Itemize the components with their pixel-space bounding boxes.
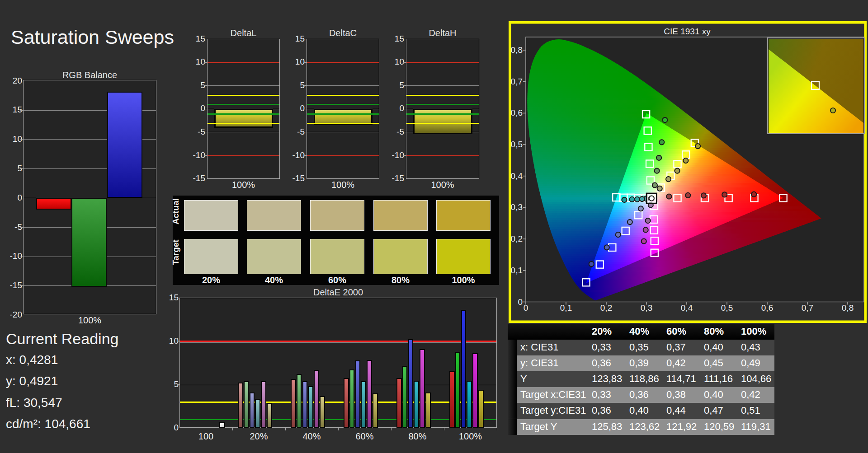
svg-text:0,8: 0,8 bbox=[511, 45, 523, 55]
svg-text:0,5: 0,5 bbox=[511, 140, 523, 149]
svg-text:0,4: 0,4 bbox=[681, 303, 693, 313]
svg-text:0,8: 0,8 bbox=[842, 303, 854, 313]
svg-text:0,6: 0,6 bbox=[761, 303, 773, 313]
svg-text:0,6: 0,6 bbox=[511, 108, 523, 117]
svg-text:0,7: 0,7 bbox=[802, 303, 813, 313]
svg-text:CIE 1931 xy: CIE 1931 xy bbox=[664, 27, 711, 36]
svg-text:0,3: 0,3 bbox=[641, 303, 652, 313]
svg-text:0,5: 0,5 bbox=[721, 303, 733, 313]
svg-text:0,7: 0,7 bbox=[511, 77, 523, 86]
svg-text:0,4: 0,4 bbox=[511, 171, 523, 181]
svg-text:0,1: 0,1 bbox=[560, 303, 572, 313]
svg-text:0: 0 bbox=[518, 297, 523, 307]
svg-text:0,2: 0,2 bbox=[511, 234, 523, 243]
svg-text:0,3: 0,3 bbox=[511, 202, 523, 212]
svg-text:0,2: 0,2 bbox=[600, 303, 612, 313]
svg-text:0: 0 bbox=[524, 303, 528, 313]
svg-text:0,1: 0,1 bbox=[511, 266, 523, 275]
